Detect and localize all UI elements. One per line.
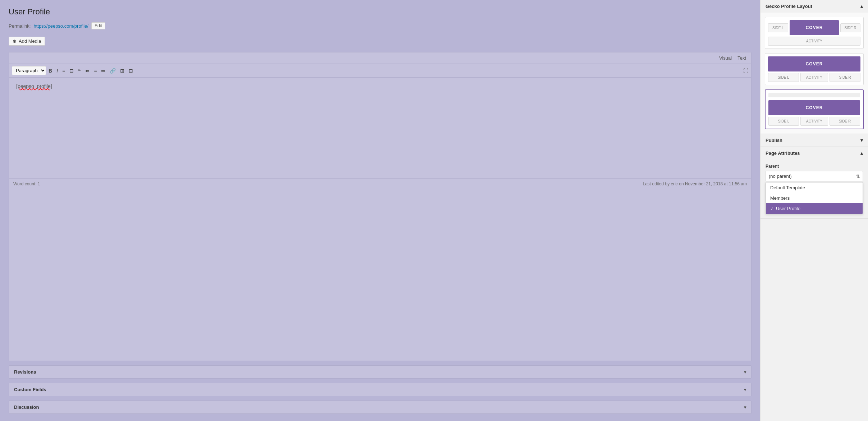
editor-toolbar: Paragraph B I ≡ ⊟ ❝ ⬅ ≡ ➡ 🔗 ⊞ ⊟ ⛶ xyxy=(9,64,751,78)
unordered-list-button[interactable]: ≡ xyxy=(60,67,67,74)
layout-2-side-r: SIDE R xyxy=(830,73,860,82)
shortcode-text: [peepso_profile] xyxy=(16,83,52,89)
layout-card-1-inner: SIDE L COVER SIDE R ACTIVITY xyxy=(768,20,860,46)
page-attributes-body: Parent (no parent) Default Template Memb… xyxy=(760,159,868,218)
page-attributes-header[interactable]: Page Attributes ▴ xyxy=(760,147,868,159)
layout-card-2-inner: COVER SIDE L ACTIVITY SIDE R xyxy=(768,56,860,82)
revisions-header[interactable]: Revisions ▾ xyxy=(9,366,751,378)
editor-toolbar-top: Visual Text xyxy=(9,52,751,64)
align-center-button[interactable]: ≡ xyxy=(92,67,99,74)
layout-2-cover: COVER xyxy=(768,56,860,71)
custom-fields-header[interactable]: Custom Fields ▾ xyxy=(9,383,751,396)
custom-fields-metabox: Custom Fields ▾ xyxy=(9,383,751,396)
align-left-button[interactable]: ⬅ xyxy=(83,67,91,74)
parent-label: Parent xyxy=(766,164,863,169)
layout-3-activity: ACTIVITY xyxy=(800,117,828,126)
permalink-url[interactable]: https://peepso.com/profile/ xyxy=(33,23,88,29)
publish-collapse-icon: ▾ xyxy=(860,138,863,143)
table-button[interactable]: ⊞ xyxy=(118,67,126,74)
layout-3-bottom-row: SIDE L ACTIVITY SIDE R xyxy=(768,117,860,126)
dropdown-list: Default Template Members ✓ User Profile xyxy=(766,182,863,214)
gecko-layout-title: Gecko Profile Layout xyxy=(766,4,812,9)
layout-3-top-bar xyxy=(768,93,860,97)
layout-2-side-l: SIDE L xyxy=(768,73,799,82)
page-attributes-panel: Page Attributes ▴ Parent (no parent) Def… xyxy=(760,147,868,219)
more-button[interactable]: ⊟ xyxy=(127,67,135,74)
italic-button[interactable]: I xyxy=(55,67,60,74)
dropdown-item-user-profile-label: User Profile xyxy=(776,206,800,211)
page-attributes-title: Page Attributes xyxy=(766,151,800,156)
sidebar: Gecko Profile Layout ▴ SIDE L COVER SIDE… xyxy=(760,0,868,421)
revisions-label: Revisions xyxy=(14,369,36,375)
visual-button[interactable]: Visual xyxy=(718,55,733,61)
layout-card-1[interactable]: SIDE L COVER SIDE R ACTIVITY xyxy=(765,17,864,49)
gecko-layout-header[interactable]: Gecko Profile Layout ▴ xyxy=(760,0,868,13)
permalink-bar: Permalink: https://peepso.com/profile/ E… xyxy=(9,22,751,29)
layout-2-activity: ACTIVITY xyxy=(800,73,828,82)
layout-1-side-r: SIDE R xyxy=(840,23,860,32)
bold-button[interactable]: B xyxy=(47,67,54,74)
layout-1-activity: ACTIVITY xyxy=(768,37,860,46)
custom-fields-chevron: ▾ xyxy=(744,387,746,392)
dropdown-item-default-template[interactable]: Default Template xyxy=(766,182,863,193)
layout-3-side-r: SIDE R xyxy=(830,117,860,126)
add-media-button[interactable]: ⊕ Add Media xyxy=(9,37,45,46)
publish-panel: Publish ▾ xyxy=(760,134,868,147)
link-button[interactable]: 🔗 xyxy=(108,67,118,74)
word-count: Word count: 1 xyxy=(13,181,40,186)
expand-button[interactable]: ⛶ xyxy=(743,68,748,74)
editor-view-buttons: Visual Text xyxy=(718,55,748,61)
main-content: User Profile Permalink: https://peepso.c… xyxy=(0,0,760,421)
dropdown-overlay: Default Template Members ✓ User Profile xyxy=(766,182,863,214)
layout-2-bottom-row: SIDE L ACTIVITY SIDE R xyxy=(768,73,860,82)
permalink-label: Permalink: xyxy=(9,23,31,29)
dropdown-item-members[interactable]: Members xyxy=(766,193,863,203)
layout-1-top-row: SIDE L COVER SIDE R xyxy=(768,20,860,35)
custom-fields-label: Custom Fields xyxy=(14,387,46,392)
dropdown-item-user-profile[interactable]: ✓ User Profile xyxy=(766,203,863,214)
layout-cards: SIDE L COVER SIDE R ACTIVITY COVER SIDE … xyxy=(765,17,864,129)
layout-card-2[interactable]: COVER SIDE L ACTIVITY SIDE R xyxy=(765,53,864,85)
add-media-label: Add Media xyxy=(19,38,41,44)
gecko-layout-panel: Gecko Profile Layout ▴ SIDE L COVER SIDE… xyxy=(760,0,868,134)
layout-card-3[interactable]: COVER SIDE L ACTIVITY SIDE R xyxy=(765,89,864,129)
gecko-layout-body: SIDE L COVER SIDE R ACTIVITY COVER SIDE … xyxy=(760,13,868,134)
layout-1-side-l: SIDE L xyxy=(768,23,788,32)
layout-3-cover: COVER xyxy=(768,100,860,115)
discussion-header[interactable]: Discussion ▾ xyxy=(9,401,751,413)
editor-container: Visual Text Paragraph B I ≡ ⊟ ❝ ⬅ ≡ ➡ 🔗 … xyxy=(9,52,751,361)
align-right-button[interactable]: ➡ xyxy=(99,67,107,74)
publish-title: Publish xyxy=(766,138,782,143)
discussion-metabox: Discussion ▾ xyxy=(9,401,751,414)
blockquote-button[interactable]: ❝ xyxy=(76,67,83,74)
ordered-list-button[interactable]: ⊟ xyxy=(68,67,76,74)
parent-select[interactable]: (no parent) Default Template Members Use… xyxy=(766,171,863,181)
gecko-layout-collapse-icon: ▴ xyxy=(860,4,863,9)
page-attributes-collapse-icon: ▴ xyxy=(860,151,863,156)
permalink-edit-button[interactable]: Edit xyxy=(91,22,105,29)
text-button[interactable]: Text xyxy=(736,55,748,61)
editor-body[interactable]: [peepso_profile] xyxy=(9,78,751,178)
revisions-metabox: Revisions ▾ xyxy=(9,365,751,379)
page-title: User Profile xyxy=(9,7,751,17)
check-icon: ✓ xyxy=(770,206,774,211)
layout-3-side-l: SIDE L xyxy=(768,117,799,126)
discussion-label: Discussion xyxy=(14,404,39,410)
layout-1-cover: COVER xyxy=(790,20,839,35)
media-icon: ⊕ xyxy=(13,38,17,44)
dropdown-item-default-template-label: Default Template xyxy=(770,185,805,190)
dropdown-item-members-label: Members xyxy=(770,195,790,201)
last-edited: Last edited by eric on November 21, 2018… xyxy=(643,181,747,186)
parent-select-wrap: (no parent) Default Template Members Use… xyxy=(766,171,863,181)
publish-header[interactable]: Publish ▾ xyxy=(760,134,868,147)
editor-footer: Word count: 1 Last edited by eric on Nov… xyxy=(9,178,751,189)
discussion-chevron: ▾ xyxy=(744,405,746,410)
paragraph-select[interactable]: Paragraph xyxy=(12,66,46,75)
revisions-chevron: ▾ xyxy=(744,370,746,375)
layout-card-3-inner: COVER SIDE L ACTIVITY SIDE R xyxy=(768,93,860,126)
